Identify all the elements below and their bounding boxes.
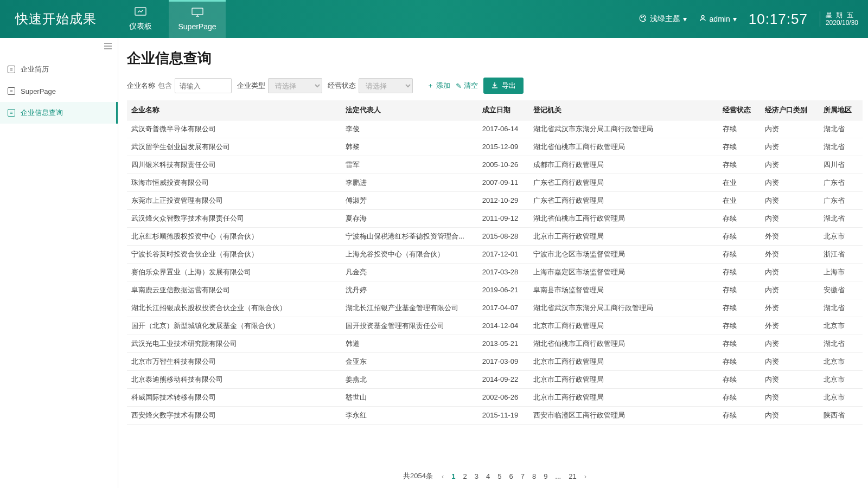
theme-selector[interactable]: 浅绿主题 ▾ [639,14,687,24]
filter-name: 企业名称 包含 [127,78,232,93]
sidebar-item-label: SuperPage [21,87,56,95]
page-number[interactable]: 3 [475,472,478,480]
table-cell: 傅淑芳 [341,191,478,209]
sidebar-item-superpage[interactable]: ≡ SuperPage [0,80,118,102]
table-row[interactable]: 四川银米科技有限责任公司雷军2005-10-26成都市工商行政管理局存续内资四川… [127,156,863,174]
clock: 10:17:57 [749,11,808,28]
table-cell: 李俊 [341,120,478,138]
table-row[interactable]: 宁波长谷英时投资合伙企业（有限合伙）上海允谷投资中心（有限合伙）2017-12-… [127,245,863,263]
table-row[interactable]: 东莞市上正投资管理有限公司傅淑芳2012-10-29广东省工商行政管理局在业内资… [127,191,863,209]
table-cell: 北京泰迪熊移动科技有限公司 [127,370,341,388]
table-row[interactable]: 科威国际技术转移有限公司嵇世山2002-06-26北京市工商行政管理局存续内资北… [127,388,863,406]
clear-button[interactable]: ✎ 清空 [456,81,478,91]
table-cell: 北京市 [819,227,863,245]
table-row[interactable]: 武汉留学生创业园发展有限公司韩黎2015-12-09湖北省仙桃市工商行政管理局存… [127,138,863,156]
table-cell: 李永红 [341,406,478,424]
page-number[interactable]: 4 [486,472,490,480]
table-row[interactable]: 国开（北京）新型城镇化发展基金（有限合伙）国开投资基金管理有限责任公司2014-… [127,317,863,335]
table-row[interactable]: 武汉奇普微半导体有限公司李俊2017-06-14湖北省武汉市东湖分局工商行政管理… [127,120,863,138]
nav-dashboard[interactable]: 仪表板 [112,0,169,38]
filter-type-select[interactable]: 请选择 [268,78,322,93]
page-number[interactable]: 8 [532,472,536,480]
table-row[interactable]: 湖北长江招银成长股权投资合伙企业（有限合伙）湖北长江招银产业基金管理有限公司20… [127,299,863,317]
page-ellipsis: ... [555,472,561,480]
table-row[interactable]: 珠海市恒威投资有限公司李鹏进2007-09-11广东省工商行政管理局在业内资广东… [127,174,863,191]
table-cell: 湖北省仙桃市工商行政管理局 [529,209,718,227]
table-row[interactable]: 赛伯乐众界置业（上海）发展有限公司凡金亮2017-03-28上海市嘉定区市场监督… [127,263,863,281]
table-cell: 湖北省仙桃市工商行政管理局 [529,138,718,156]
page-number[interactable]: 6 [509,472,513,480]
clear-label: 清空 [464,81,478,91]
table-cell: 2015-11-19 [478,406,529,424]
page-prev-icon[interactable]: ‹ [442,472,444,480]
table-cell: 存续 [718,245,761,263]
app-logo: 快速开始成果 [0,10,112,28]
page-number[interactable]: 2 [463,472,467,480]
table-cell: 北京市万智生科技有限公司 [127,352,341,370]
table-cell: 湖北省仙桃市工商行政管理局 [529,335,718,352]
table-cell: 上海市嘉定区市场监督管理局 [529,263,718,281]
table-cell: 存续 [718,156,761,174]
column-header[interactable]: 经济户口类别 [761,100,819,120]
sidebar-item-query[interactable]: ≡ 企业信息查询 [0,102,118,124]
table-cell: 存续 [718,209,761,227]
table-row[interactable]: 西安烽火数字技术有限公司李永红2015-11-19西安市临潼区工商行政管理局存续… [127,406,863,424]
page-number[interactable]: 1 [451,472,455,480]
table-cell: 浙江省 [819,245,863,263]
table-cell: 安徽省 [819,281,863,299]
table-row[interactable]: 北京红杉顺德股权投资中心（有限合伙）宁波梅山保税港红杉荃德投资管理合...201… [127,227,863,245]
gauge-icon [135,7,146,18]
page-number[interactable]: 7 [521,472,525,480]
table-cell: 存续 [718,352,761,370]
column-header[interactable]: 登记机关 [529,100,718,120]
column-header[interactable]: 企业名称 [127,100,341,120]
add-label: 添加 [436,81,450,91]
column-header[interactable]: 经营状态 [718,100,761,120]
column-header[interactable]: 法定代表人 [341,100,478,120]
table-cell: 存续 [718,317,761,335]
table-cell: 内资 [761,352,819,370]
page-number[interactable]: 9 [544,472,547,480]
table-cell: 上海允谷投资中心（有限合伙） [341,245,478,263]
table-cell: 外资 [761,227,819,245]
table-row[interactable]: 北京泰迪熊移动科技有限公司姜燕北2014-09-22北京市工商行政管理局存续内资… [127,370,863,388]
table-cell: 2019-06-21 [478,281,529,299]
add-button[interactable]: ＋ 添加 [427,81,450,91]
table-cell: 宁波梅山保税港红杉荃德投资管理合... [341,227,478,245]
sidebar-item-profile[interactable]: ≡ 企业简历 [0,59,118,80]
list-icon: ≡ [8,66,15,73]
table-cell: 存续 [718,227,761,245]
page-next-icon[interactable]: › [584,472,586,480]
theme-label: 浅绿主题 [650,14,680,24]
table-cell: 2017-12-01 [478,245,529,263]
table-container[interactable]: 企业名称法定代表人成立日期登记机关经营状态经济户口类别所属地区 武汉奇普微半导体… [127,100,863,464]
header-right: 浅绿主题 ▾ admin ▾ 10:17:57 星 期 五 2020/10/30 [639,11,868,28]
sidebar-collapse-icon[interactable] [104,42,112,52]
filter-name-input[interactable] [175,78,232,93]
table-cell: 金亚东 [341,352,478,370]
page-number[interactable]: 5 [497,472,501,480]
table-cell: 雷军 [341,156,478,174]
table-cell: 湖北长江招银产业基金管理有限公司 [341,299,478,317]
export-icon [491,81,499,91]
user-menu[interactable]: admin ▾ [699,14,737,24]
filter-status-select[interactable]: 请选择 [359,78,413,93]
svg-point-2 [641,17,642,18]
table-cell: 北京市 [819,352,863,370]
table-cell: 韩道 [341,335,478,352]
column-header[interactable]: 成立日期 [478,100,529,120]
export-button[interactable]: 导出 [483,78,524,94]
table-row[interactable]: 阜南鹿云亚信数据运营有限公司沈丹婷2019-06-21阜南县市场监督管理局存续内… [127,281,863,299]
table-row[interactable]: 武汉烽火众智数字技术有限责任公司夏存海2011-09-12湖北省仙桃市工商行政管… [127,209,863,227]
nav-superpage[interactable]: SuperPage [169,0,226,38]
table-row[interactable]: 武汉光电工业技术研究院有限公司韩道2013-05-21湖北省仙桃市工商行政管理局… [127,335,863,352]
table-row[interactable]: 北京市万智生科技有限公司金亚东2017-03-09北京市工商行政管理局存续内资北… [127,352,863,370]
table-cell: 李鹏进 [341,174,478,191]
pagination-total: 共2054条 [403,471,433,481]
pagination: 共2054条 ‹ 123456789...21 › [127,464,863,488]
column-header[interactable]: 所属地区 [819,100,863,120]
table-cell: 内资 [761,156,819,174]
page-number[interactable]: 21 [569,472,576,480]
filter-status-label: 经营状态 [328,81,356,91]
table-cell: 珠海市恒威投资有限公司 [127,174,341,191]
